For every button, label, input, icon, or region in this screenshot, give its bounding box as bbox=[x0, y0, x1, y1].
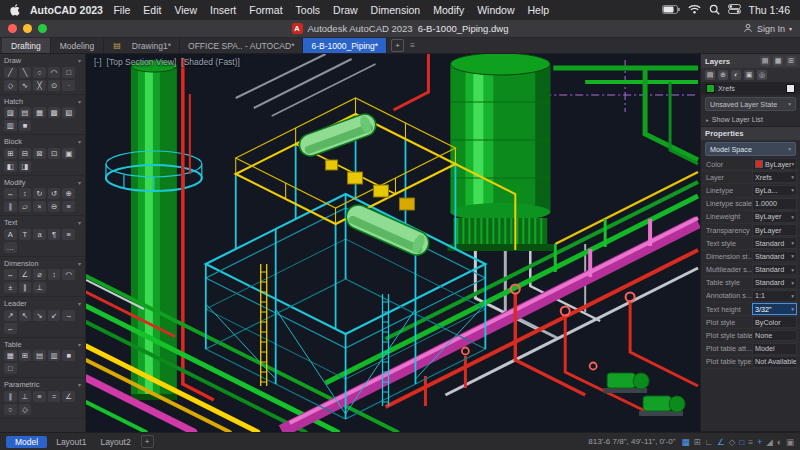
menu-insert[interactable]: Insert bbox=[204, 4, 243, 16]
property-row-annotation-s[interactable]: Annotation s...1:1▾ bbox=[701, 290, 800, 303]
control-center-icon[interactable] bbox=[728, 4, 741, 16]
offset-icon[interactable]: ∥ bbox=[4, 201, 17, 212]
annotation-visibility-icon[interactable]: ◢ bbox=[766, 437, 773, 447]
layer-isolate-icon[interactable]: ◎ bbox=[757, 70, 767, 80]
apple-menu-icon[interactable] bbox=[10, 4, 20, 16]
workspace-tab-modeling[interactable]: Modeling bbox=[51, 38, 105, 53]
menu-file[interactable]: File bbox=[107, 4, 137, 16]
toolbox-section-header[interactable]: Modify▾ bbox=[4, 178, 81, 189]
model-viewport[interactable]: [-] [Top Section View] [Shaded (Fast)] bbox=[86, 54, 700, 432]
toolbox-section-header[interactable]: Text▾ bbox=[4, 218, 81, 229]
close-window-button[interactable] bbox=[8, 24, 17, 33]
polygon-icon[interactable]: ◇ bbox=[4, 80, 17, 91]
layer-freeze-icon[interactable]: ◐ bbox=[731, 70, 741, 80]
polar-tracking-icon[interactable]: ∠ bbox=[717, 437, 725, 447]
toolbox-section-header[interactable]: Leader▾ bbox=[4, 299, 81, 310]
property-row-plot-style[interactable]: Plot styleByColor bbox=[701, 316, 800, 329]
drawing-tab-6-b-1000-piping[interactable]: 6-B-1000_Piping* bbox=[303, 38, 387, 53]
more-text-tools-icon[interactable]: … bbox=[4, 242, 17, 253]
property-row-plot-style-table[interactable]: Plot style tableNone bbox=[701, 329, 800, 342]
property-row-multileader-s[interactable]: Multileader s...Standard▾ bbox=[701, 264, 800, 277]
perpendicular-constraint-icon[interactable]: ⊥ bbox=[19, 391, 32, 402]
match-properties-icon[interactable]: ≡ bbox=[62, 201, 75, 212]
leader-left-icon[interactable]: ← bbox=[4, 323, 17, 334]
create-block-icon[interactable]: ⊟ bbox=[19, 148, 32, 159]
trim-icon[interactable]: ⊖ bbox=[48, 201, 61, 212]
blocks-palette-tab-icon[interactable]: ⊞ bbox=[786, 56, 796, 66]
hatch-grid-icon[interactable]: ▦ bbox=[33, 107, 46, 118]
zoom-window-button[interactable] bbox=[38, 24, 47, 33]
layer-lock-icon[interactable]: ▣ bbox=[744, 70, 754, 80]
donut-icon[interactable]: ⊙ bbox=[48, 80, 61, 91]
property-row-linetype-scale[interactable]: Linetype scale1.0000 bbox=[701, 198, 800, 211]
viewport-visual-style-control[interactable]: [Shaded (Fast)] bbox=[181, 57, 240, 67]
arc-icon[interactable]: ◠ bbox=[48, 67, 61, 78]
vertical-dimension-icon[interactable]: ↕ bbox=[48, 269, 61, 280]
property-row-dimension-st[interactable]: Dimension st...Standard▾ bbox=[701, 250, 800, 263]
dynamic-input-icon[interactable]: + bbox=[757, 437, 762, 447]
property-row-linetype[interactable]: LinetypeByLa...▾ bbox=[701, 184, 800, 197]
hatch-diagonal-icon[interactable]: ▧ bbox=[62, 107, 75, 118]
menu-view[interactable]: View bbox=[168, 4, 204, 16]
leader-right-icon[interactable]: → bbox=[62, 310, 75, 321]
drawing-tab-office-spa-autocad[interactable]: OFFICE SPA.. - AUTOCAD* bbox=[180, 38, 303, 53]
layout-tab-layout1[interactable]: Layout1 bbox=[49, 436, 93, 448]
layer-properties-icon[interactable]: ▤ bbox=[705, 70, 715, 80]
ortho-mode-icon[interactable]: ∟ bbox=[705, 437, 713, 447]
new-layout-button[interactable]: + bbox=[141, 435, 154, 448]
snap-mode-icon[interactable]: ⊞ bbox=[694, 437, 701, 447]
tab-overflow-menu-icon[interactable]: ≡ bbox=[410, 41, 415, 50]
new-layer-icon[interactable]: ⊕ bbox=[718, 70, 728, 80]
base-point-icon[interactable]: ◧ bbox=[4, 161, 17, 172]
spline-icon[interactable]: ∿ bbox=[19, 80, 32, 91]
linear-dimension-icon[interactable]: ↔ bbox=[4, 269, 17, 280]
leader-down-left-icon[interactable]: ↙ bbox=[48, 310, 61, 321]
hatch-vertical-icon[interactable]: ▥ bbox=[4, 120, 17, 131]
justify-icon[interactable]: ≡ bbox=[62, 229, 75, 240]
leader-down-right-icon[interactable]: ↘ bbox=[33, 310, 46, 321]
wifi-icon[interactable] bbox=[688, 4, 701, 16]
properties-palette-tab-icon[interactable]: ▤ bbox=[760, 56, 770, 66]
angular-dimension-icon[interactable]: ∠ bbox=[19, 269, 32, 280]
scale-icon[interactable]: ▱ bbox=[19, 201, 32, 212]
drawing-tab-drawing1[interactable]: Drawing1* bbox=[124, 38, 180, 53]
baseline-dimension-icon[interactable]: ∥ bbox=[19, 282, 32, 293]
field-icon[interactable]: a bbox=[33, 229, 46, 240]
selection-type-dropdown[interactable]: Model Space ▾ bbox=[705, 142, 796, 156]
menu-tools[interactable]: Tools bbox=[289, 4, 327, 16]
point-icon[interactable]: · bbox=[62, 80, 75, 91]
property-row-lineweight[interactable]: LineweightByLayer▾ bbox=[701, 211, 800, 224]
active-app-menu[interactable]: AutoCAD 2023 bbox=[30, 4, 103, 16]
property-row-plot-table-att[interactable]: Plot table att...Model bbox=[701, 343, 800, 356]
coordinates-display[interactable]: 813'-6 7/8", 49'-11", 0'-0" bbox=[588, 437, 675, 446]
menu-window[interactable]: Window bbox=[471, 4, 521, 16]
sign-in-button[interactable]: Sign In ▾ bbox=[743, 23, 792, 35]
menubar-clock[interactable]: Thu 1:46 bbox=[749, 4, 790, 16]
symmetric-constraint-icon[interactable]: ◇ bbox=[19, 404, 32, 415]
diameter-dimension-icon[interactable]: ⌀ bbox=[33, 269, 46, 280]
leader-up-left-icon[interactable]: ↖ bbox=[19, 310, 32, 321]
solid-fill-icon[interactable]: ■ bbox=[19, 120, 32, 131]
toolbox-section-header[interactable]: Table▾ bbox=[4, 340, 81, 351]
menu-modify[interactable]: Modify bbox=[427, 4, 471, 16]
hatch-crosshatch-icon[interactable]: ▩ bbox=[48, 107, 61, 118]
coincident-constraint-icon[interactable]: = bbox=[48, 391, 61, 402]
multiline-text-icon[interactable]: A bbox=[4, 229, 17, 240]
model-tab[interactable]: Model bbox=[6, 436, 47, 448]
full-screen-icon[interactable]: ▣ bbox=[786, 437, 794, 447]
show-layer-list-toggle[interactable]: ▸ Show Layer List bbox=[701, 113, 800, 126]
parallel-constraint-icon[interactable]: ∥ bbox=[4, 391, 17, 402]
property-row-table-style[interactable]: Table styleStandard▾ bbox=[701, 277, 800, 290]
property-row-plot-table-type[interactable]: Plot table typeNot Available bbox=[701, 356, 800, 369]
layout-tab-layout2[interactable]: Layout2 bbox=[93, 436, 137, 448]
ordinate-dimension-icon[interactable]: ⊥ bbox=[33, 282, 46, 293]
object-snap-icon[interactable]: □ bbox=[739, 437, 744, 447]
insert-block-icon[interactable]: ⊞ bbox=[4, 148, 17, 159]
tolerance-icon[interactable]: ± bbox=[4, 282, 17, 293]
erase-icon[interactable]: × bbox=[33, 201, 46, 212]
rotate-icon[interactable]: ↻ bbox=[33, 188, 46, 199]
layers-palette-tab-icon[interactable]: ▦ bbox=[773, 56, 783, 66]
new-drawing-tab-button[interactable]: + bbox=[391, 39, 404, 52]
minimize-window-button[interactable] bbox=[23, 24, 32, 33]
property-row-text-height[interactable]: Text height3/32"▾ bbox=[701, 303, 800, 316]
